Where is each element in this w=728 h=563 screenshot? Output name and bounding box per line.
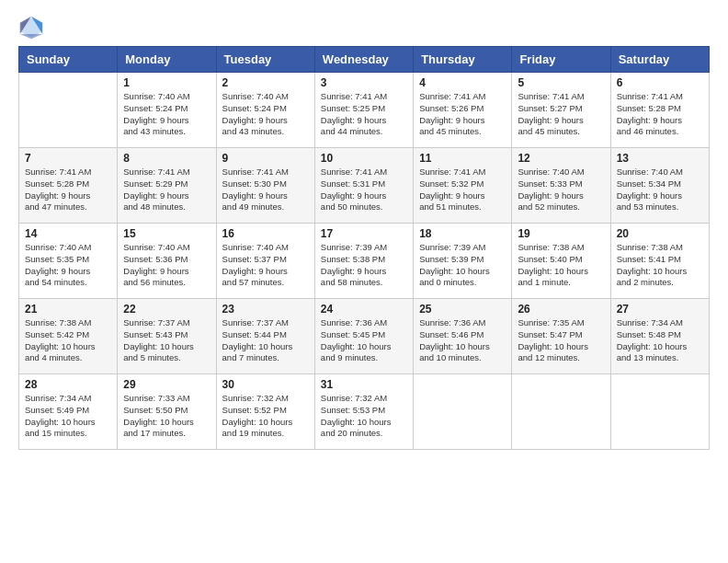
day-number: 29: [123, 378, 210, 391]
day-cell: 28Sunrise: 7:34 AM Sunset: 5:49 PM Dayli…: [19, 374, 118, 450]
logo: [18, 15, 48, 40]
day-cell: 13Sunrise: 7:40 AM Sunset: 5:34 PM Dayli…: [610, 148, 709, 224]
day-cell: 5Sunrise: 7:41 AM Sunset: 5:27 PM Daylig…: [512, 73, 610, 148]
header-day-thursday: Thursday: [414, 47, 512, 73]
day-info: Sunrise: 7:41 AM Sunset: 5:28 PM Dayligh…: [617, 91, 703, 138]
day-cell: 20Sunrise: 7:38 AM Sunset: 5:41 PM Dayli…: [610, 224, 709, 299]
day-cell: 18Sunrise: 7:39 AM Sunset: 5:39 PM Dayli…: [414, 224, 512, 299]
day-cell: 25Sunrise: 7:36 AM Sunset: 5:46 PM Dayli…: [414, 299, 512, 374]
day-info: Sunrise: 7:40 AM Sunset: 5:37 PM Dayligh…: [222, 242, 309, 289]
day-cell: 29Sunrise: 7:33 AM Sunset: 5:50 PM Dayli…: [118, 374, 216, 450]
day-cell: [610, 374, 709, 450]
day-cell: 14Sunrise: 7:40 AM Sunset: 5:35 PM Dayli…: [19, 224, 118, 299]
day-number: 27: [617, 303, 703, 316]
day-cell: 19Sunrise: 7:38 AM Sunset: 5:40 PM Dayli…: [512, 224, 610, 299]
week-row-2: 7Sunrise: 7:41 AM Sunset: 5:28 PM Daylig…: [19, 148, 710, 224]
day-info: Sunrise: 7:41 AM Sunset: 5:32 PM Dayligh…: [419, 167, 506, 213]
day-cell: [512, 374, 610, 450]
week-row-3: 14Sunrise: 7:40 AM Sunset: 5:35 PM Dayli…: [19, 224, 710, 299]
day-info: Sunrise: 7:32 AM Sunset: 5:52 PM Dayligh…: [222, 393, 309, 440]
day-info: Sunrise: 7:41 AM Sunset: 5:26 PM Dayligh…: [419, 91, 506, 138]
day-info: Sunrise: 7:40 AM Sunset: 5:24 PM Dayligh…: [123, 91, 210, 138]
day-number: 12: [518, 152, 604, 165]
header: [18, 15, 710, 40]
day-info: Sunrise: 7:37 AM Sunset: 5:44 PM Dayligh…: [222, 317, 309, 364]
day-info: Sunrise: 7:39 AM Sunset: 5:39 PM Dayligh…: [419, 242, 506, 289]
day-info: Sunrise: 7:40 AM Sunset: 5:34 PM Dayligh…: [617, 167, 703, 213]
day-info: Sunrise: 7:41 AM Sunset: 5:27 PM Dayligh…: [518, 91, 604, 138]
day-info: Sunrise: 7:32 AM Sunset: 5:53 PM Dayligh…: [321, 393, 407, 440]
day-number: 5: [518, 76, 604, 89]
day-number: 24: [321, 303, 407, 316]
day-cell: [414, 374, 512, 450]
day-cell: 26Sunrise: 7:35 AM Sunset: 5:47 PM Dayli…: [512, 299, 610, 374]
week-row-5: 28Sunrise: 7:34 AM Sunset: 5:49 PM Dayli…: [19, 374, 710, 450]
day-number: 10: [321, 152, 407, 165]
day-cell: 22Sunrise: 7:37 AM Sunset: 5:43 PM Dayli…: [118, 299, 216, 374]
day-cell: 4Sunrise: 7:41 AM Sunset: 5:26 PM Daylig…: [414, 73, 512, 148]
day-cell: 1Sunrise: 7:40 AM Sunset: 5:24 PM Daylig…: [118, 73, 216, 148]
day-number: 23: [222, 303, 309, 316]
day-cell: 3Sunrise: 7:41 AM Sunset: 5:25 PM Daylig…: [314, 73, 413, 148]
header-day-wednesday: Wednesday: [314, 47, 413, 73]
day-number: 6: [617, 76, 703, 89]
day-info: Sunrise: 7:38 AM Sunset: 5:41 PM Dayligh…: [617, 242, 703, 289]
logo-icon: [18, 15, 44, 40]
day-info: Sunrise: 7:41 AM Sunset: 5:25 PM Dayligh…: [321, 91, 407, 138]
day-number: 8: [123, 152, 210, 165]
header-day-sunday: Sunday: [19, 47, 118, 73]
day-number: 17: [321, 227, 407, 240]
day-cell: 6Sunrise: 7:41 AM Sunset: 5:28 PM Daylig…: [610, 73, 709, 148]
page: SundayMondayTuesdayWednesdayThursdayFrid…: [0, 0, 728, 563]
day-number: 30: [222, 378, 309, 391]
day-cell: 16Sunrise: 7:40 AM Sunset: 5:37 PM Dayli…: [216, 224, 314, 299]
day-info: Sunrise: 7:34 AM Sunset: 5:49 PM Dayligh…: [25, 393, 111, 440]
day-info: Sunrise: 7:34 AM Sunset: 5:48 PM Dayligh…: [617, 317, 703, 364]
header-day-tuesday: Tuesday: [216, 47, 314, 73]
day-number: 15: [123, 227, 210, 240]
header-day-saturday: Saturday: [610, 47, 709, 73]
day-info: Sunrise: 7:36 AM Sunset: 5:46 PM Dayligh…: [419, 317, 506, 364]
header-day-friday: Friday: [512, 47, 610, 73]
day-number: 26: [518, 303, 604, 316]
day-number: 3: [321, 76, 407, 89]
day-number: 13: [617, 152, 703, 165]
day-number: 19: [518, 227, 604, 240]
day-cell: 21Sunrise: 7:38 AM Sunset: 5:42 PM Dayli…: [19, 299, 118, 374]
week-row-4: 21Sunrise: 7:38 AM Sunset: 5:42 PM Dayli…: [19, 299, 710, 374]
day-number: 4: [419, 76, 506, 89]
day-number: 25: [419, 303, 506, 316]
day-number: 7: [25, 152, 111, 165]
day-number: 16: [222, 227, 309, 240]
day-cell: 10Sunrise: 7:41 AM Sunset: 5:31 PM Dayli…: [314, 148, 413, 224]
day-info: Sunrise: 7:40 AM Sunset: 5:33 PM Dayligh…: [518, 167, 604, 213]
day-number: 22: [123, 303, 210, 316]
day-cell: 15Sunrise: 7:40 AM Sunset: 5:36 PM Dayli…: [118, 224, 216, 299]
week-row-1: 1Sunrise: 7:40 AM Sunset: 5:24 PM Daylig…: [19, 73, 710, 148]
day-cell: 23Sunrise: 7:37 AM Sunset: 5:44 PM Dayli…: [216, 299, 314, 374]
day-number: 2: [222, 76, 309, 89]
day-number: 18: [419, 227, 506, 240]
day-info: Sunrise: 7:40 AM Sunset: 5:36 PM Dayligh…: [123, 242, 210, 289]
day-cell: 11Sunrise: 7:41 AM Sunset: 5:32 PM Dayli…: [414, 148, 512, 224]
day-cell: 9Sunrise: 7:41 AM Sunset: 5:30 PM Daylig…: [216, 148, 314, 224]
day-cell: 24Sunrise: 7:36 AM Sunset: 5:45 PM Dayli…: [314, 299, 413, 374]
day-info: Sunrise: 7:39 AM Sunset: 5:38 PM Dayligh…: [321, 242, 407, 289]
day-number: 21: [25, 303, 111, 316]
day-info: Sunrise: 7:38 AM Sunset: 5:42 PM Dayligh…: [25, 317, 111, 364]
day-info: Sunrise: 7:36 AM Sunset: 5:45 PM Dayligh…: [321, 317, 407, 364]
day-cell: 12Sunrise: 7:40 AM Sunset: 5:33 PM Dayli…: [512, 148, 610, 224]
day-number: 20: [617, 227, 703, 240]
day-info: Sunrise: 7:41 AM Sunset: 5:31 PM Dayligh…: [321, 167, 407, 213]
day-info: Sunrise: 7:41 AM Sunset: 5:29 PM Dayligh…: [123, 167, 210, 213]
day-info: Sunrise: 7:37 AM Sunset: 5:43 PM Dayligh…: [123, 317, 210, 364]
header-day-monday: Monday: [118, 47, 216, 73]
day-cell: [19, 73, 118, 148]
day-cell: 7Sunrise: 7:41 AM Sunset: 5:28 PM Daylig…: [19, 148, 118, 224]
day-info: Sunrise: 7:40 AM Sunset: 5:24 PM Dayligh…: [222, 91, 309, 138]
day-cell: 17Sunrise: 7:39 AM Sunset: 5:38 PM Dayli…: [314, 224, 413, 299]
svg-marker-3: [20, 34, 43, 39]
day-info: Sunrise: 7:38 AM Sunset: 5:40 PM Dayligh…: [518, 242, 604, 289]
day-info: Sunrise: 7:40 AM Sunset: 5:35 PM Dayligh…: [25, 242, 111, 289]
day-number: 28: [25, 378, 111, 391]
